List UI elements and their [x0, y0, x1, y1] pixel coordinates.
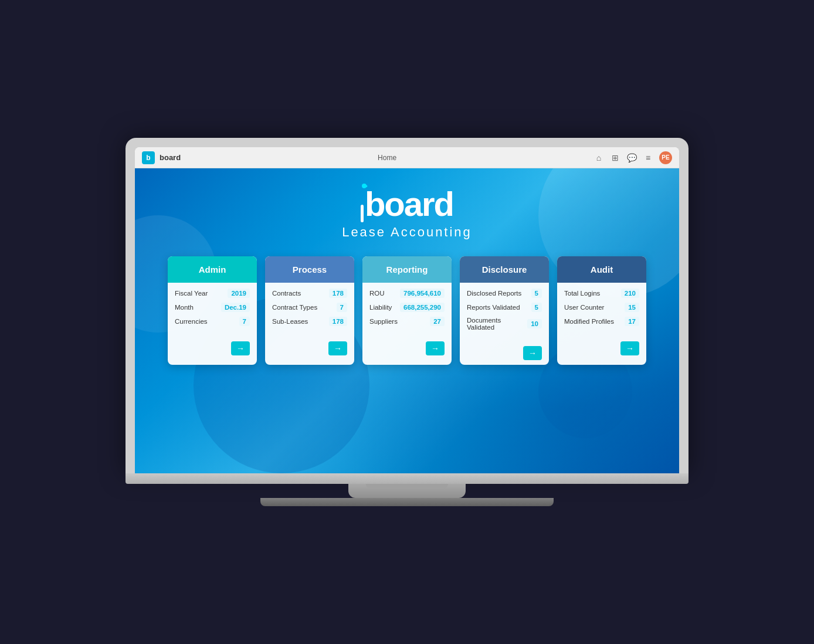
card-process[interactable]: ProcessContracts178Contract Types7Sub-Le… — [265, 256, 354, 365]
card-label-audit-2: Modified Profiles — [564, 318, 614, 325]
card-row-process-0: Contracts178 — [272, 289, 347, 298]
laptop-foot — [260, 498, 554, 506]
card-row-admin-2: Currencies7 — [175, 317, 250, 326]
card-body-process: Contracts178Contract Types7Sub-Leases178 — [265, 283, 354, 337]
card-value-process-0: 178 — [329, 289, 347, 298]
card-header-reporting: Reporting — [362, 256, 452, 283]
card-label-disclosure-2: Documents Validated — [467, 317, 527, 331]
card-label-process-2: Sub-Leases — [272, 318, 308, 325]
card-arrow-btn-reporting[interactable]: → — [426, 341, 445, 355]
card-label-audit-0: Total Logins — [564, 290, 600, 297]
card-value-process-2: 178 — [329, 317, 347, 326]
comment-icon[interactable]: 💬 — [626, 152, 637, 163]
card-label-admin-0: Fiscal Year — [175, 290, 208, 297]
card-row-reporting-1: Liability668,255,290 — [369, 303, 445, 312]
card-header-admin: Admin — [168, 256, 257, 283]
card-body-admin: Fiscal Year2019MonthDec.19Currencies7 — [168, 283, 257, 337]
card-footer-reporting: → — [362, 337, 452, 360]
card-row-disclosure-0: Disclosed Reports5 — [467, 289, 542, 298]
card-footer-admin: → — [168, 337, 257, 360]
card-value-disclosure-1: 5 — [531, 303, 542, 312]
card-body-reporting: ROU796,954,610Liability668,255,290Suppli… — [362, 283, 452, 337]
card-value-reporting-1: 668,255,290 — [400, 303, 445, 312]
card-value-admin-1: Dec.19 — [221, 303, 250, 312]
card-audit[interactable]: AuditTotal Logins210User Counter15Modifi… — [557, 256, 646, 365]
browser-url-label: Home — [378, 154, 396, 162]
card-label-reporting-0: ROU — [369, 290, 385, 297]
card-body-audit: Total Logins210User Counter15Modified Pr… — [557, 283, 646, 337]
card-label-process-1: Contract Types — [272, 304, 317, 311]
card-body-disclosure: Disclosed Reports5Reports Validated5Docu… — [460, 283, 549, 341]
card-value-admin-0: 2019 — [228, 289, 250, 298]
card-row-reporting-0: ROU796,954,610 — [369, 289, 445, 298]
card-label-audit-1: User Counter — [564, 304, 604, 311]
laptop-screen-outer: b board Home ⌂ ⊞ 💬 ≡ PE — [126, 138, 688, 473]
card-row-audit-1: User Counter15 — [564, 303, 639, 312]
dashboard: board Lease Accounting AdminFiscal Year2… — [135, 168, 679, 473]
hero-section: board Lease Accounting — [342, 187, 472, 240]
card-row-process-1: Contract Types7 — [272, 303, 347, 312]
card-row-reporting-2: Suppliers27 — [369, 317, 445, 326]
card-label-admin-1: Month — [175, 304, 194, 311]
card-arrow-btn-process[interactable]: → — [328, 341, 347, 355]
card-admin[interactable]: AdminFiscal Year2019MonthDec.19Currencie… — [168, 256, 257, 365]
card-arrow-btn-disclosure[interactable]: → — [523, 346, 542, 360]
card-arrow-btn-admin[interactable]: → — [231, 341, 250, 355]
hero-subtitle-text: Lease Accounting — [342, 225, 472, 240]
card-value-disclosure-0: 5 — [531, 289, 542, 298]
laptop-wrapper: b board Home ⌂ ⊞ 💬 ≡ PE — [126, 138, 688, 506]
browser-brand-label: board — [160, 153, 181, 162]
card-value-audit-2: 17 — [625, 317, 639, 326]
card-label-process-0: Contracts — [272, 290, 301, 297]
card-row-process-2: Sub-Leases178 — [272, 317, 347, 326]
card-header-audit: Audit — [557, 256, 646, 283]
cards-container: AdminFiscal Year2019MonthDec.19Currencie… — [156, 256, 658, 365]
card-label-admin-2: Currencies — [175, 318, 208, 325]
card-reporting[interactable]: ReportingROU796,954,610Liability668,255,… — [362, 256, 452, 365]
card-header-process: Process — [265, 256, 354, 283]
card-value-audit-1: 15 — [625, 303, 639, 312]
card-value-reporting-0: 796,954,610 — [400, 289, 445, 298]
card-label-reporting-1: Liability — [369, 304, 392, 311]
board-logo-icon: b — [142, 151, 155, 164]
card-value-audit-0: 210 — [621, 289, 639, 298]
card-header-disclosure: Disclosure — [460, 256, 549, 283]
menu-icon[interactable]: ≡ — [643, 152, 653, 163]
bookmark-icon[interactable]: ⊞ — [610, 152, 620, 163]
card-disclosure[interactable]: DisclosureDisclosed Reports5Reports Vali… — [460, 256, 549, 365]
laptop-screen-inner: b board Home ⌂ ⊞ 💬 ≡ PE — [135, 147, 679, 473]
card-row-disclosure-1: Reports Validated5 — [467, 303, 542, 312]
card-row-audit-0: Total Logins210 — [564, 289, 639, 298]
card-value-disclosure-2: 10 — [527, 319, 542, 328]
laptop-base — [126, 473, 688, 484]
card-value-reporting-2: 27 — [430, 317, 445, 326]
card-footer-disclosure: → — [460, 341, 549, 365]
card-label-disclosure-1: Reports Validated — [467, 304, 520, 311]
card-row-disclosure-2: Documents Validated10 — [467, 317, 542, 331]
card-footer-process: → — [265, 337, 354, 360]
board-logo-container: board — [342, 187, 472, 222]
home-icon[interactable]: ⌂ — [593, 152, 604, 163]
card-value-admin-2: 7 — [239, 317, 250, 326]
card-arrow-btn-audit[interactable]: → — [620, 341, 639, 355]
card-row-admin-0: Fiscal Year2019 — [175, 289, 250, 298]
card-label-reporting-2: Suppliers — [369, 318, 398, 325]
card-row-admin-1: MonthDec.19 — [175, 303, 250, 312]
card-row-audit-2: Modified Profiles17 — [564, 317, 639, 326]
card-footer-audit: → — [557, 337, 646, 360]
card-label-disclosure-0: Disclosed Reports — [467, 290, 521, 297]
card-value-process-1: 7 — [337, 303, 347, 312]
hero-logo-text: board — [365, 185, 453, 223]
user-avatar[interactable]: PE — [659, 151, 672, 164]
browser-bar: b board Home ⌂ ⊞ 💬 ≡ PE — [135, 147, 679, 168]
browser-icons: ⌂ ⊞ 💬 ≡ PE — [593, 151, 672, 164]
